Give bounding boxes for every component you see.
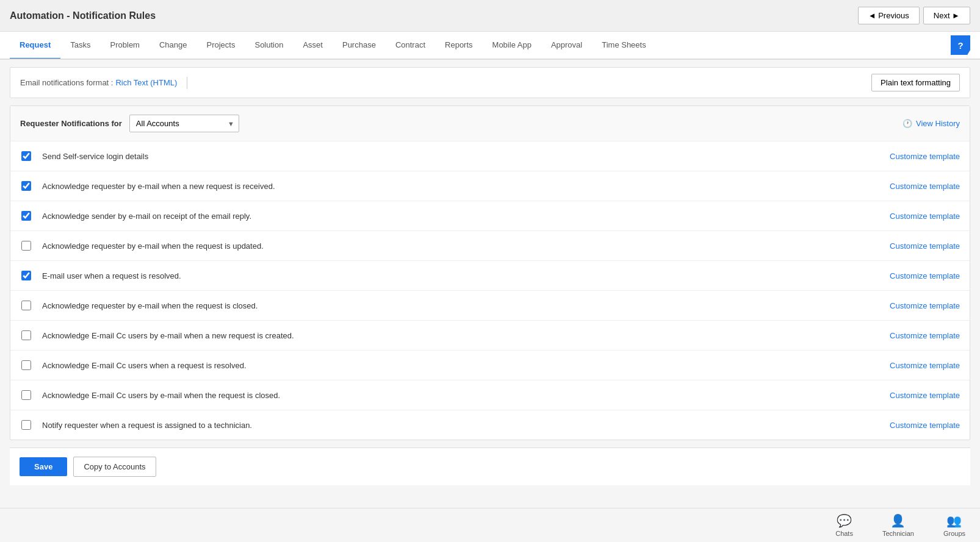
notification-row-7: Acknowledge E-mail Cc users by e-mail wh… — [10, 321, 970, 351]
row-text-6: Acknowledge requester by e-mail when the… — [42, 301, 890, 310]
row-text-4: Acknowledge requester by e-mail when the… — [42, 241, 890, 251]
format-divider — [187, 77, 187, 89]
tab-solution[interactable]: Solution — [245, 32, 293, 60]
customize-link-6[interactable]: Customize template — [890, 301, 960, 310]
requester-label: Requester Notifications for — [20, 119, 122, 128]
main-content: Requester Notifications for All Accounts… — [10, 105, 970, 440]
customize-link-2[interactable]: Customize template — [890, 182, 960, 191]
row-text-8: Acknowledge E-mail Cc users when a reque… — [42, 361, 890, 370]
notification-row-4: Acknowledge requester by e-mail when the… — [10, 231, 970, 261]
checkbox-wrap-6 — [20, 299, 32, 312]
checkbox-1[interactable] — [21, 151, 31, 161]
format-bar: Email notifications format : Rich Text (… — [10, 67, 970, 98]
tab-purchase[interactable]: Purchase — [333, 32, 386, 60]
checkbox-2[interactable] — [21, 181, 31, 191]
customize-link-9[interactable]: Customize template — [890, 391, 960, 400]
checkbox-wrap-4 — [20, 240, 32, 252]
row-text-3: Acknowledge sender by e-mail on receipt … — [42, 212, 890, 221]
row-text-5: E-mail user when a request is resolved. — [42, 271, 890, 280]
customize-link-3[interactable]: Customize template — [890, 212, 960, 221]
checkbox-5[interactable] — [21, 271, 31, 280]
tab-mobile-app[interactable]: Mobile App — [483, 32, 541, 60]
notification-row-9: Acknowledge E-mail Cc users by e-mail wh… — [10, 380, 970, 410]
tab-contract[interactable]: Contract — [386, 32, 435, 60]
format-label: Email notifications format : — [20, 78, 113, 87]
checkbox-10[interactable] — [21, 420, 31, 430]
customize-link-5[interactable]: Customize template — [890, 271, 960, 280]
rich-text-link[interactable]: Rich Text (HTML) — [115, 78, 177, 87]
customize-link-7[interactable]: Customize template — [890, 331, 960, 340]
tab-problem[interactable]: Problem — [101, 32, 150, 60]
checkbox-9[interactable] — [21, 390, 31, 400]
help-badge[interactable]: ? — [951, 35, 970, 55]
plain-text-formatting-button[interactable]: Plain text formatting — [871, 74, 960, 91]
tabs-bar: Request Tasks Problem Change Projects So… — [0, 32, 980, 60]
history-icon: 🕐 — [903, 119, 912, 128]
notification-row-6: Acknowledge requester by e-mail when the… — [10, 291, 970, 321]
checkbox-wrap-9 — [20, 389, 32, 401]
checkbox-6[interactable] — [21, 301, 31, 310]
row-text-1: Send Self-service login details — [42, 152, 890, 161]
tab-projects[interactable]: Projects — [197, 32, 245, 60]
tab-tasks[interactable]: Tasks — [60, 32, 100, 60]
view-history-label: View History — [916, 119, 960, 128]
nav-buttons: ◄ Previous Next ► — [858, 7, 970, 24]
customize-link-1[interactable]: Customize template — [890, 152, 960, 161]
next-button[interactable]: Next ► — [923, 7, 970, 24]
view-history-button[interactable]: 🕐 View History — [903, 119, 960, 128]
tab-asset[interactable]: Asset — [293, 32, 333, 60]
customize-link-10[interactable]: Customize template — [890, 421, 960, 430]
checkbox-wrap-2 — [20, 180, 32, 192]
checkbox-4[interactable] — [21, 241, 31, 251]
checkbox-wrap-5 — [20, 269, 32, 282]
notification-row-10: Notify requester when a request is assig… — [10, 410, 970, 440]
copy-to-accounts-button[interactable]: Copy to Accounts — [73, 457, 156, 477]
notification-row-2: Acknowledge requester by e-mail when a n… — [10, 171, 970, 201]
row-text-2: Acknowledge requester by e-mail when a n… — [42, 182, 890, 191]
requester-header: Requester Notifications for All Accounts… — [10, 106, 970, 141]
customize-link-4[interactable]: Customize template — [890, 241, 960, 251]
row-text-7: Acknowledge E-mail Cc users by e-mail wh… — [42, 331, 890, 340]
row-text-9: Acknowledge E-mail Cc users by e-mail wh… — [42, 391, 890, 400]
checkbox-wrap-3 — [20, 210, 32, 222]
checkbox-wrap-1 — [20, 150, 32, 162]
top-bar: Automation - Notification Rules ◄ Previo… — [0, 0, 980, 32]
footer-bar: Save Copy to Accounts — [10, 448, 970, 485]
tab-change[interactable]: Change — [150, 32, 197, 60]
notification-row-1: Send Self-service login details Customiz… — [10, 141, 970, 171]
tab-approval[interactable]: Approval — [541, 32, 592, 60]
page-title: Automation - Notification Rules — [10, 10, 156, 21]
checkbox-8[interactable] — [21, 360, 31, 370]
previous-button[interactable]: ◄ Previous — [858, 7, 920, 24]
tab-time-sheets[interactable]: Time Sheets — [592, 32, 656, 60]
save-button[interactable]: Save — [20, 457, 67, 476]
checkbox-wrap-7 — [20, 329, 32, 341]
customize-link-8[interactable]: Customize template — [890, 361, 960, 370]
account-select[interactable]: All Accounts — [129, 115, 239, 132]
notification-row-8: Acknowledge E-mail Cc users when a reque… — [10, 351, 970, 380]
account-select-wrap: All Accounts ▼ — [129, 115, 239, 132]
tab-reports[interactable]: Reports — [435, 32, 483, 60]
row-text-10: Notify requester when a request is assig… — [42, 421, 890, 430]
notification-list: Send Self-service login details Customiz… — [10, 141, 970, 440]
checkbox-7[interactable] — [21, 330, 31, 340]
notification-row-5: E-mail user when a request is resolved. … — [10, 261, 970, 291]
checkbox-wrap-10 — [20, 419, 32, 431]
tab-request[interactable]: Request — [10, 32, 60, 60]
checkbox-3[interactable] — [21, 211, 31, 221]
checkbox-wrap-8 — [20, 359, 32, 371]
notification-row-3: Acknowledge sender by e-mail on receipt … — [10, 201, 970, 231]
